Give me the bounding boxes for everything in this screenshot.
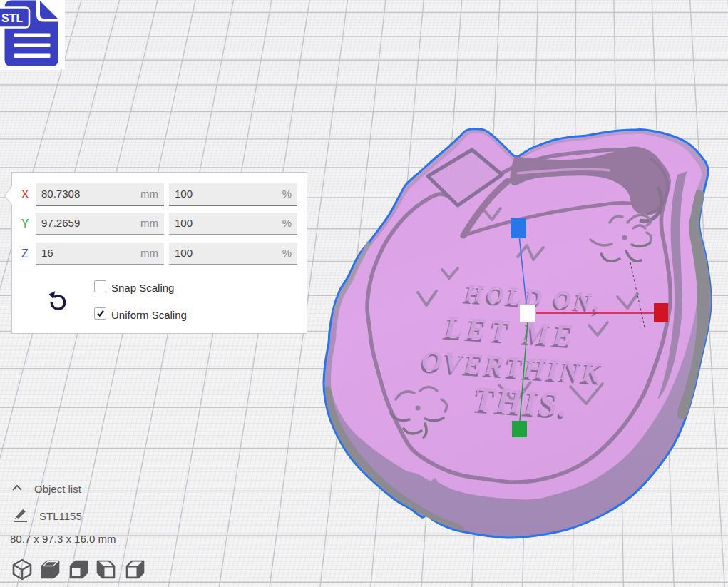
svg-text:STL: STL [1, 12, 23, 24]
